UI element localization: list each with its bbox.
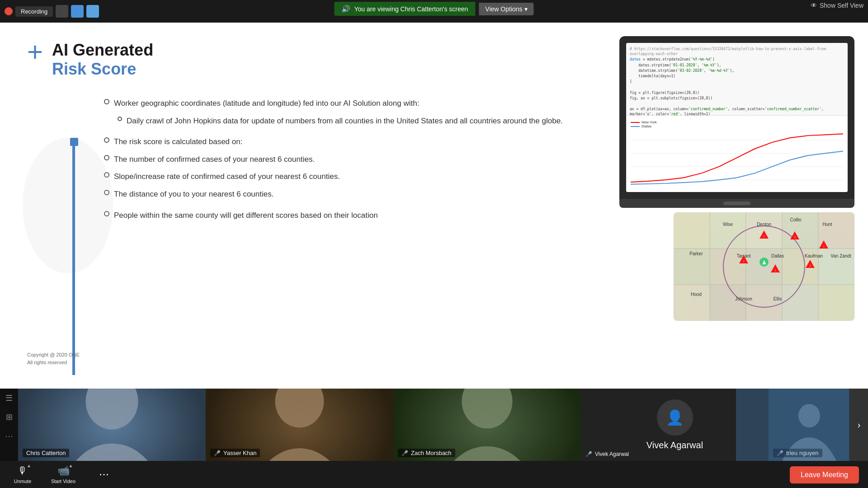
legend-red: [631, 122, 640, 123]
zach-name-text: Zach Morsbach: [411, 450, 452, 456]
more-options-button[interactable]: ⋯: [90, 469, 118, 480]
video-icon: 📹: [57, 465, 70, 476]
svg-rect-16: [710, 285, 746, 321]
svg-text:!: !: [743, 259, 744, 263]
title-line1: AI Generated: [52, 41, 153, 60]
start-video-button[interactable]: 📹 ▲ Start Video: [50, 465, 77, 484]
show-self-view-label: Show Self View: [820, 2, 863, 9]
svg-text:!: !: [794, 235, 795, 239]
participant-tile-chris: Chris Catterton: [18, 389, 206, 461]
bullet-text-6: People within the same county will get d…: [114, 209, 378, 223]
vivek-avatar: 👤: [657, 399, 693, 436]
laptop-base: [619, 199, 854, 208]
svg-text:!: !: [775, 268, 776, 272]
blue-bar: [72, 140, 75, 375]
participant-tile-vivek: 👤 Vivek Agarwal 🎤 Vivek Agarwal: [581, 389, 769, 461]
recording-button[interactable]: Recording: [15, 6, 53, 17]
chris-name-text: Chris Catterton: [26, 450, 66, 456]
svg-rect-18: [782, 285, 818, 321]
sidebar-controls: ☰ ⊞ ⋯: [0, 389, 18, 461]
svg-text:!: !: [823, 244, 824, 249]
svg-text:Hood: Hood: [691, 292, 702, 297]
sidebar-apps-icon[interactable]: ⋯: [5, 431, 13, 441]
bullet-text-3: The number of confirmed cases of your ne…: [114, 153, 315, 167]
svg-text:Wise: Wise: [723, 222, 733, 227]
svg-text:♟: ♟: [762, 259, 767, 266]
yasser-name: 🎤 Yasser Khan: [210, 449, 260, 457]
sidebar-grid-icon[interactable]: ⊞: [6, 412, 13, 422]
laptop-area: # https://stackoverflow.com/questions/53…: [619, 36, 854, 208]
shared-screen: + AI Generated Risk Score Worker geograp…: [0, 23, 868, 389]
unmute-label: Unmute: [14, 479, 32, 484]
chris-name: Chris Catterton: [23, 449, 69, 457]
vivek-name: Vivek Agarwal: [646, 440, 703, 450]
svg-point-54: [798, 404, 820, 427]
chart-display: New York Dallas: [626, 115, 848, 192]
dots-icon: ⋯: [99, 469, 109, 480]
svg-text:!: !: [810, 264, 811, 268]
vivek-name-text: Vivek Agarwal: [595, 451, 629, 457]
bullet-circle: [118, 117, 122, 121]
svg-text:Denton: Denton: [757, 222, 771, 227]
vivek-name-bar: 🎤 Vivek Agarwal: [585, 451, 629, 457]
yasser-name-text: Yasser Khan: [223, 450, 256, 456]
start-video-label: Start Video: [51, 479, 75, 484]
sidebar-menu-icon[interactable]: ☰: [5, 393, 13, 403]
svg-text:Hunt: Hunt: [822, 222, 832, 227]
chart-svg: [631, 131, 843, 189]
unmute-button[interactable]: 🎙 ▲ Unmute: [9, 465, 36, 484]
view-options-button[interactable]: View Options ▾: [479, 3, 533, 15]
code-display: # https://stackoverflow.com/questions/53…: [626, 43, 848, 115]
copyright-line1: Copyright @ 2020 ONE: [27, 351, 80, 359]
laptop-notch: [723, 202, 750, 205]
view-btn-1[interactable]: [56, 5, 68, 18]
next-participants-arrow[interactable]: ›: [850, 389, 868, 461]
svg-rect-19: [818, 285, 854, 321]
svg-text:Collin: Collin: [790, 217, 801, 222]
view-btn-3[interactable]: [86, 5, 99, 18]
svg-rect-17: [746, 285, 782, 321]
eye-icon: 👁: [811, 2, 817, 9]
svg-rect-5: [674, 212, 710, 249]
chart-legend: New York Dallas: [631, 120, 843, 128]
legend-dallas: Dallas: [642, 124, 651, 128]
chevron-up-icon-2: ▲: [69, 463, 73, 468]
svg-text:Johnson: Johnson: [735, 296, 752, 301]
chevron-up-icon: ▲: [27, 463, 31, 468]
leave-meeting-button[interactable]: Leave Meeting: [790, 466, 859, 483]
svg-text:Kaufman: Kaufman: [805, 253, 823, 258]
show-self-view-button[interactable]: 👁 Show Self View: [811, 2, 863, 9]
decorative-circle: [23, 138, 113, 273]
view-options-label: View Options: [485, 5, 522, 13]
mic-off-icon: 🎤: [214, 450, 221, 456]
svg-rect-15: [674, 285, 710, 321]
map-svg: Wise Denton Collin Hunt Parker Tarrant D…: [674, 212, 854, 321]
copyright-text: Copyright @ 2020 ONE All rights reserved: [27, 351, 80, 366]
bullet-text-4: Slope/increase rate of confirmed cased o…: [114, 170, 340, 184]
participant-tile-yasser: 🎤 Yasser Khan: [206, 389, 393, 461]
laptop-frame: # https://stackoverflow.com/questions/53…: [619, 36, 854, 199]
mic-off-icon-3: 🎤: [585, 451, 592, 457]
svg-text:!: !: [764, 235, 764, 239]
record-dot: [5, 7, 13, 15]
copyright-line2: All rights reserved: [27, 359, 80, 366]
mic-off-icon-2: 🎤: [401, 450, 408, 456]
mic-icon: 🎙: [18, 465, 28, 476]
leave-label: Leave Meeting: [801, 471, 848, 479]
screen-banner: 🔊 You are viewing Chris Catterton's scre…: [334, 2, 533, 16]
speaker-icon: 🔊: [341, 5, 350, 13]
bullet-text-2: The risk score is calculated based on:: [114, 135, 242, 149]
chevron-right-icon: ›: [858, 420, 861, 430]
top-bar: Recording 🔊 You are viewing Chris Catter…: [0, 0, 868, 23]
map-area: Wise Denton Collin Hunt Parker Tarrant D…: [674, 212, 854, 321]
recording-area: Recording: [0, 5, 99, 18]
svg-text:Dallas: Dallas: [771, 253, 784, 258]
mic-off-icon-4: 🎤: [777, 450, 783, 456]
bullet-text-5: The distance of you to your nearest 6 co…: [114, 188, 274, 202]
svg-text:Ellis: Ellis: [774, 296, 782, 301]
participant-tile-zach: 🎤 Zach Morsbach: [393, 389, 581, 461]
presentation-content: + AI Generated Risk Score Worker geograp…: [0, 23, 868, 389]
trieu-name-text: trieu nguyen: [786, 450, 819, 456]
chevron-down-icon: ▾: [524, 5, 528, 13]
view-btn-2[interactable]: [71, 5, 84, 18]
